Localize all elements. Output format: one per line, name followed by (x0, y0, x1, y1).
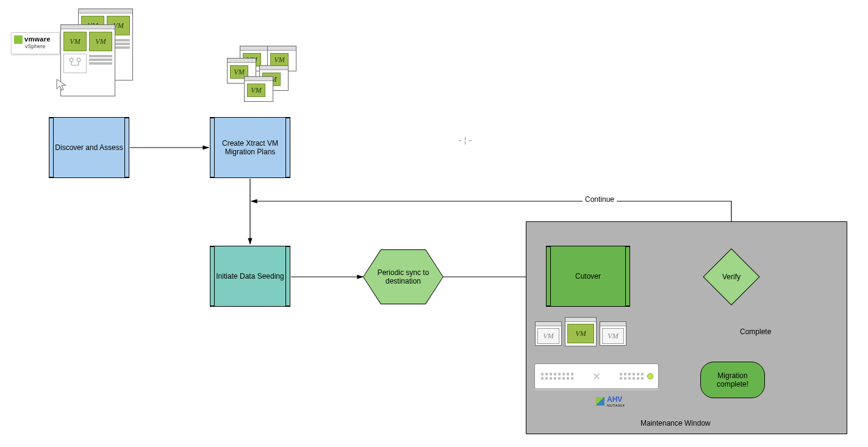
terminator-migration-complete: Migration complete! (700, 362, 765, 398)
nutanix-icon (596, 397, 604, 406)
vmware-label: vmware (24, 35, 51, 43)
maintenance-window-label: Maintenance Window (640, 419, 711, 427)
dest-vm-grey: VM (600, 321, 626, 346)
vm-tile: VM (63, 32, 87, 51)
vsphere-label: vSphere (25, 44, 57, 49)
step-discover-label: Discover and Assess (55, 143, 123, 152)
vmware-vsphere-badge: vmware vSphere (11, 32, 60, 54)
dest-vm-grey: VM (535, 321, 562, 346)
decision-verify-label: Verify (722, 273, 741, 281)
crosshair-icon: -¦- (457, 135, 473, 145)
svg-point-7 (77, 58, 81, 62)
ahv-label: AHV (607, 395, 625, 404)
dest-vm-green: VM (565, 317, 597, 346)
step-create-plans-label: Create Xtract VM Migration Plans (210, 139, 290, 156)
step-cutover-label: Cutover (575, 272, 601, 281)
terminator-migration-complete-label: Migration complete! (701, 371, 764, 388)
step-periodic-sync: Periodic sync to destination (364, 250, 443, 304)
vmware-icon (14, 35, 23, 44)
svg-point-6 (70, 58, 73, 62)
nutanix-appliance: × (534, 363, 659, 389)
step-initiate-seeding: Initiate Data Seeding (210, 246, 290, 307)
nutanix-ahv-badge: AHV NUTANIX (596, 395, 625, 407)
nutanix-label: NUTANIX (607, 404, 625, 407)
step-create-plans: Create Xtract VM Migration Plans (210, 117, 290, 178)
step-initiate-seeding-label: Initiate Data Seeding (216, 272, 284, 281)
edge-complete-label: Complete (740, 327, 771, 336)
step-discover-assess: Discover and Assess (49, 117, 129, 178)
edge-continue-label: Continue (583, 195, 617, 204)
decision-verify: Verify (704, 249, 759, 304)
step-cutover: Cutover (546, 246, 630, 307)
vm-tile: VM (89, 32, 112, 51)
step-periodic-sync-label: Periodic sync to destination (377, 268, 429, 285)
cursor-icon (55, 78, 70, 93)
